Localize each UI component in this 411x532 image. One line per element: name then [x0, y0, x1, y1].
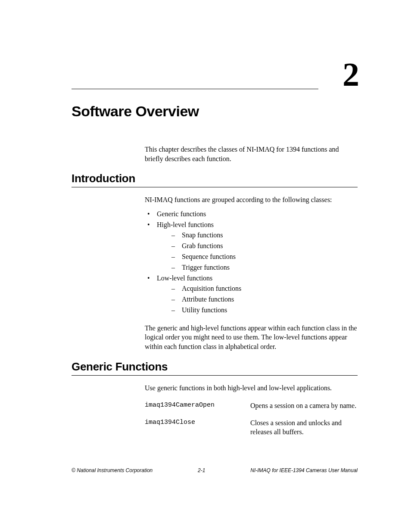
list-item-label: Utility functions	[182, 306, 227, 314]
list-item: Acquisition functions	[157, 283, 358, 294]
list-item: Low-level functions Acquisition function…	[145, 273, 358, 316]
list-item: Attribute functions	[157, 294, 358, 305]
function-name: imaq1394Close	[145, 418, 250, 437]
low-level-sublist: Acquisition functions Attribute function…	[157, 283, 358, 315]
list-item: High-level functions Snap functions Grab…	[145, 220, 358, 273]
high-level-sublist: Snap functions Grab functions Sequence f…	[157, 230, 358, 273]
chapter-rule	[72, 89, 318, 89]
generic-lead: Use generic functions in both high-level…	[145, 383, 358, 393]
generic-functions-table: imaq1394CameraOpen Opens a session on a …	[145, 401, 358, 437]
footer-page-number: 2-1	[198, 467, 205, 473]
chapter-intro: This chapter describes the classes of NI…	[145, 145, 358, 163]
function-name: imaq1394CameraOpen	[145, 401, 250, 411]
list-item: Sequence functions	[157, 252, 358, 262]
footer-manual-title: NI-IMAQ for IEEE-1394 Cameras User Manua…	[250, 467, 358, 473]
function-description: Closes a session and unlocks and release…	[250, 418, 358, 437]
list-item-label: Generic functions	[157, 210, 206, 218]
chapter-number: 2	[342, 58, 359, 91]
list-item: Generic functions	[145, 209, 358, 220]
page-footer: © National Instruments Corporation 2-1 N…	[72, 467, 358, 473]
introduction-lead: NI-IMAQ functions are grouped according …	[145, 195, 358, 205]
list-item-label: Grab functions	[182, 242, 223, 249]
list-item-label: Low-level functions	[157, 274, 212, 282]
section-heading-generic-functions: Generic Functions	[72, 360, 358, 376]
list-item: Trigger functions	[157, 262, 358, 273]
section-heading-introduction: Introduction	[72, 172, 358, 187]
list-item: Snap functions	[157, 230, 358, 241]
introduction-body: NI-IMAQ functions are grouped according …	[145, 195, 358, 351]
footer-copyright: © National Instruments Corporation	[72, 467, 153, 473]
list-item-label: Attribute functions	[182, 296, 234, 303]
function-description: Opens a session on a camera by name.	[250, 401, 358, 411]
list-item-label: Acquisition functions	[182, 285, 241, 292]
list-item-label: Sequence functions	[182, 253, 236, 260]
page-content: 2 Software Overview This chapter describ…	[72, 60, 358, 437]
list-item-label: High-level functions	[157, 221, 214, 228]
list-item-label: Snap functions	[182, 231, 223, 239]
list-item: Grab functions	[157, 241, 358, 252]
chapter-title: Software Overview	[72, 103, 358, 120]
function-class-list: Generic functions High-level functions S…	[145, 209, 358, 316]
generic-functions-body: Use generic functions in both high-level…	[145, 383, 358, 437]
list-item: Utility functions	[157, 305, 358, 316]
list-item-label: Trigger functions	[182, 264, 230, 271]
introduction-tail: The generic and high-level functions app…	[145, 324, 358, 352]
